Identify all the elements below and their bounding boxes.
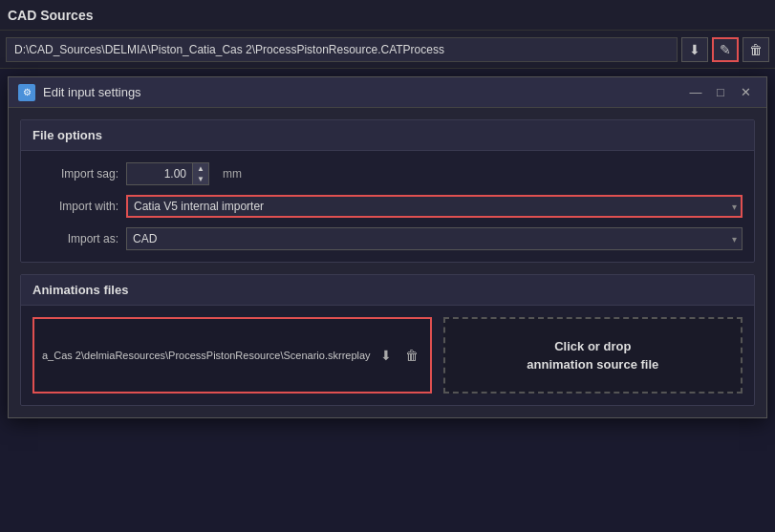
import-as-select[interactable]: CAD Other bbox=[126, 227, 743, 250]
download-icon: ⬇ bbox=[689, 42, 700, 57]
animations-files-section: Animations files a_Cas 2\delmiaResources… bbox=[20, 274, 755, 406]
animations-files-header: Animations files bbox=[21, 275, 754, 306]
settings-icon: ⚙ bbox=[23, 87, 32, 97]
dialog-icon: ⚙ bbox=[18, 84, 35, 101]
download-cad-button[interactable]: ⬇ bbox=[681, 37, 708, 62]
spin-down-button[interactable]: ▼ bbox=[193, 174, 208, 184]
animation-download-button[interactable]: ⬇ bbox=[377, 346, 396, 365]
import-sag-row: Import sag: ▲ ▼ mm bbox=[32, 162, 743, 185]
close-button[interactable]: ✕ bbox=[734, 82, 757, 103]
spin-buttons: ▲ ▼ bbox=[193, 162, 209, 185]
import-with-select[interactable]: Catia V5 internal importer Other importe… bbox=[126, 195, 743, 218]
animation-drop-zone[interactable]: Click or dropannimation source file bbox=[443, 317, 743, 394]
import-with-row: Import with: Catia V5 internal importer … bbox=[32, 195, 743, 218]
file-options-header: File options bbox=[21, 120, 754, 151]
minimize-button[interactable]: — bbox=[684, 82, 707, 103]
maximize-button[interactable]: □ bbox=[709, 82, 732, 103]
import-sag-spinner: ▲ ▼ bbox=[126, 162, 209, 185]
dialog-title: Edit input settings bbox=[43, 85, 684, 99]
animation-file-item: a_Cas 2\delmiaResources\ProcessPistonRes… bbox=[32, 317, 432, 394]
spin-up-button[interactable]: ▲ bbox=[193, 163, 208, 174]
animations-files-body: a_Cas 2\delmiaResources\ProcessPistonRes… bbox=[21, 306, 754, 405]
drop-zone-text: Click or dropannimation source file bbox=[527, 337, 658, 374]
file-options-body: Import sag: ▲ ▼ mm Import with: bbox=[21, 151, 754, 262]
delete-icon: 🗑 bbox=[749, 42, 763, 57]
import-as-row: Import as: CAD Other bbox=[32, 227, 743, 250]
edit-icon: ✎ bbox=[720, 42, 731, 57]
import-with-wrapper: Catia V5 internal importer Other importe… bbox=[126, 195, 743, 218]
delete-anim-icon: 🗑 bbox=[405, 348, 419, 363]
dialog-controls: — □ ✕ bbox=[684, 82, 757, 103]
animation-file-path: a_Cas 2\delmiaResources\ProcessPistonRes… bbox=[42, 350, 371, 361]
top-bar: CAD Sources bbox=[0, 0, 775, 31]
import-as-wrapper: CAD Other bbox=[126, 227, 743, 250]
import-sag-label: Import sag: bbox=[32, 167, 118, 181]
delete-cad-button[interactable]: 🗑 bbox=[743, 37, 769, 62]
animation-delete-button[interactable]: 🗑 bbox=[401, 346, 422, 365]
import-with-label: Import with: bbox=[32, 200, 118, 213]
download-anim-icon: ⬇ bbox=[380, 348, 392, 363]
cad-path-input[interactable] bbox=[6, 37, 678, 62]
dialog-titlebar: ⚙ Edit input settings — □ ✕ bbox=[9, 77, 766, 108]
edit-cad-button[interactable]: ✎ bbox=[712, 37, 739, 62]
import-as-label: Import as: bbox=[32, 232, 118, 245]
import-sag-input[interactable] bbox=[126, 162, 193, 185]
dialog-body: File options Import sag: ▲ ▼ mm bbox=[9, 108, 766, 417]
import-sag-unit: mm bbox=[223, 167, 242, 181]
file-options-section: File options Import sag: ▲ ▼ mm bbox=[20, 119, 755, 263]
app-title: CAD Sources bbox=[8, 8, 93, 23]
edit-input-dialog: ⚙ Edit input settings — □ ✕ File options bbox=[8, 76, 767, 418]
path-bar: ⬇ ✎ 🗑 bbox=[0, 31, 775, 69]
